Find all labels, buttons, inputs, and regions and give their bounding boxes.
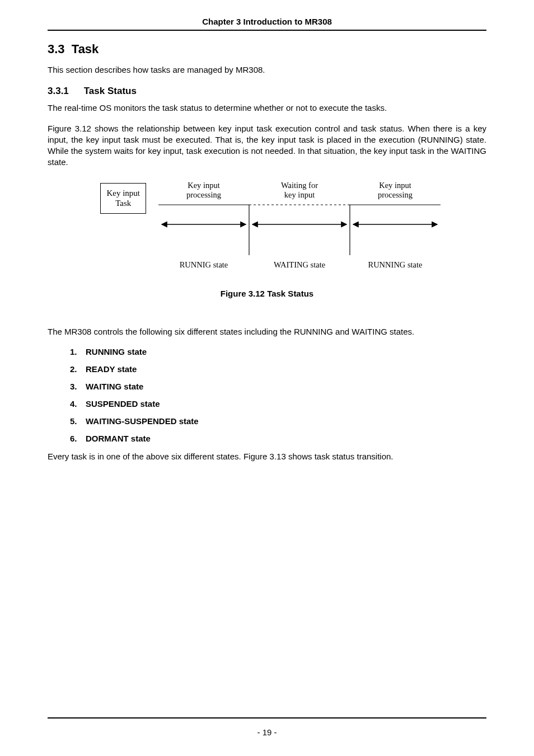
list-text: WAITING state [86, 382, 143, 391]
figure-top-label-3: Key input processing [350, 181, 441, 200]
list-number: 4. [70, 399, 86, 408]
after-figure-paragraph: The MR308 controls the following six dif… [48, 326, 486, 337]
list-item: 5.WAITING-SUSPENDED state [70, 416, 486, 426]
subsection-heading: 3.3.1 Task Status [48, 86, 486, 97]
subsection-p1: The real-time OS monitors the task statu… [48, 102, 486, 114]
figure-state-label-2: WAITING state [249, 260, 350, 270]
section-title: Task [72, 42, 99, 56]
figure-top-label-2-line2: key input [284, 190, 315, 199]
figure-state-label-3: RUNNING state [350, 260, 441, 270]
figure-timeline-svg [158, 202, 441, 258]
figure-task-box: Key input Task [100, 183, 146, 214]
section-number: 3.3 [48, 42, 65, 56]
subsection-title: Task Status [84, 86, 137, 96]
figure-top-label-1: Key input processing [158, 181, 249, 200]
list-item: 2.READY state [70, 364, 486, 374]
section-heading: 3.3 Task [48, 42, 486, 57]
chapter-header: Chapter 3 Introduction to MR308 [48, 17, 486, 30]
list-number: 1. [70, 347, 86, 356]
list-item: 1.RUNNING state [70, 347, 486, 356]
list-text: SUSPENDED state [86, 399, 160, 408]
figure-timeline [158, 202, 441, 258]
figure-task-box-line2: Task [115, 199, 131, 208]
subsection-p2: Figure 3.12 shows the relationship betwe… [48, 123, 486, 168]
list-item: 4.SUSPENDED state [70, 399, 486, 408]
list-number: 2. [70, 364, 86, 374]
section-intro: This section describes how tasks are man… [48, 64, 486, 76]
list-text: WAITING-SUSPENDED state [86, 416, 199, 426]
figure-3-12: Key input Task Key input processing Wait… [93, 181, 441, 299]
list-text: RUNNING state [86, 347, 147, 356]
figure-caption: Figure 3.12 Task Status [93, 289, 441, 298]
figure-state-label-1: RUNNIG state [158, 260, 249, 270]
closing-paragraph: Every task is in one of the above six di… [48, 451, 486, 462]
figure-top-label-1-line2: processing [186, 190, 221, 199]
list-text: DORMANT state [86, 434, 151, 443]
subsection-number: 3.3.1 [48, 86, 81, 97]
list-text: READY state [86, 364, 137, 374]
figure-task-box-line1: Key input [106, 189, 140, 198]
list-number: 6. [70, 434, 86, 443]
list-number: 3. [70, 382, 86, 391]
list-number: 5. [70, 416, 86, 426]
figure-top-label-3-line2: processing [378, 190, 413, 199]
footer-rule [48, 717, 486, 719]
list-item: 6.DORMANT state [70, 434, 486, 443]
figure-top-label-3-line1: Key input [379, 181, 411, 190]
figure-top-label-2: Waiting for key input [249, 181, 350, 200]
page-number: - 19 - [0, 727, 534, 737]
list-item: 3.WAITING state [70, 382, 486, 391]
figure-top-label-2-line1: Waiting for [281, 181, 318, 190]
header-rule [48, 30, 486, 31]
state-list: 1.RUNNING state 2.READY state 3.WAITING … [70, 347, 486, 443]
figure-top-label-1-line1: Key input [188, 181, 220, 190]
